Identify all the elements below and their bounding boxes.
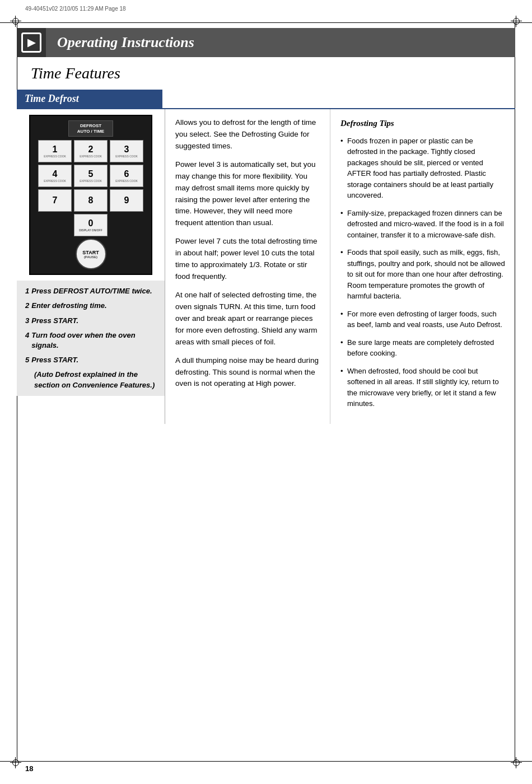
instruction-1: 1 Press DEFROST AUTO/TIME twice. (25, 286, 156, 296)
instruction-3-text: Press START. (31, 316, 78, 326)
defrost-button[interactable]: DEFROST AUTO / TIME (68, 120, 113, 137)
btn-7-num: 7 (53, 195, 58, 206)
instruction-3-num: 3 (25, 316, 29, 326)
start-button[interactable]: START (PAUSE) (76, 239, 106, 269)
instructions-list: 1 Press DEFROST AUTO/TIME twice. 2 Enter… (17, 281, 165, 396)
desc-2: Power level 3 is automatically set, but … (175, 159, 320, 230)
left-panel: DEFROST AUTO / TIME 1 EXPRESS COOK 2 (17, 109, 165, 424)
time-defrost-body: DEFROST AUTO / TIME 1 EXPRESS COOK 2 (17, 108, 515, 424)
header-icon: ▶ (21, 32, 41, 53)
page-border-top (0, 22, 532, 23)
keypad: DEFROST AUTO / TIME 1 EXPRESS COOK 2 (29, 115, 152, 275)
keypad-row-4: 0 DISPLAY ON/OFF (35, 214, 147, 236)
time-defrost-section: Time Defrost DEFROST AUTO / TIME (17, 90, 515, 424)
tip-6: When defrosted, food should be cool but … (340, 366, 505, 409)
btn-2-label: EXPRESS COOK (80, 155, 102, 158)
btn-6-label: EXPRESS COOK (115, 179, 138, 183)
btn-6-num: 6 (124, 169, 129, 179)
btn-4-num: 4 (53, 169, 58, 179)
section-title: Time Features (31, 64, 120, 82)
tip-4: For more even defrosting of larger foods… (340, 309, 505, 330)
header-bar: ▶ Operating Instructions (17, 28, 515, 57)
time-defrost-header: Time Defrost (17, 90, 162, 108)
page-number: 18 (25, 764, 33, 773)
instruction-2-num: 2 (25, 301, 29, 311)
instruction-4-num: 4 (25, 330, 29, 351)
reg-mark-bottom-right (511, 757, 522, 768)
instruction-5-text: Press START. (31, 355, 78, 365)
keypad-btn-9[interactable]: 9 (110, 189, 143, 212)
keypad-container: DEFROST AUTO / TIME 1 EXPRESS COOK 2 (17, 109, 165, 281)
reg-mark-top-right (511, 16, 522, 27)
btn-9-num: 9 (124, 195, 129, 206)
btn-0-num: 0 (88, 218, 94, 228)
btn-0-label: DISPLAY ON/OFF (79, 228, 102, 232)
desc-1: Allows you to defrost for the length of … (175, 117, 320, 152)
page-border-bottom (0, 761, 532, 762)
tip-3: Foods that spoil easily, such as milk, e… (340, 247, 505, 302)
main-content: Time Defrost DEFROST AUTO / TIME (17, 90, 515, 756)
instruction-5: 5 Press START. (25, 355, 156, 365)
start-label: START (82, 250, 99, 255)
instruction-3: 3 Press START. (25, 316, 156, 326)
instruction-4: 4 Turn food over when the oven signals. (25, 330, 156, 351)
right-panel: Defrosting Tips Foods frozen in paper or… (330, 109, 515, 424)
btn-8-num: 8 (88, 195, 94, 206)
keypad-row-3: 7 8 9 (35, 189, 147, 212)
btn-3-num: 3 (124, 144, 129, 155)
instruction-2-text: Enter defrosting time. (31, 301, 106, 311)
page-title: Operating Instructions (57, 34, 194, 51)
reg-mark-bottom-left (10, 757, 21, 768)
defrost-button-line1: DEFROST (72, 123, 109, 129)
keypad-btn-4[interactable]: 4 EXPRESS COOK (38, 165, 72, 187)
desc-5: A dull thumping noise may be heard durin… (175, 355, 320, 390)
defrost-button-line2: AUTO / TIME (72, 129, 109, 134)
keypad-btn-5[interactable]: 5 EXPRESS COOK (74, 165, 108, 187)
reg-mark-top-left (10, 16, 21, 27)
instruction-1-text: Press DEFROST AUTO/TIME twice. (31, 286, 152, 296)
instruction-1-num: 1 (25, 286, 29, 296)
tip-1: Foods frozen in paper or plastic can be … (340, 136, 505, 201)
btn-2-num: 2 (88, 144, 94, 155)
instruction-5-num: 5 (25, 355, 29, 365)
keypad-btn-0[interactable]: 0 DISPLAY ON/OFF (74, 214, 108, 236)
keypad-btn-3[interactable]: 3 EXPRESS COOK (110, 140, 143, 162)
btn-5-num: 5 (88, 169, 94, 179)
keypad-btn-8[interactable]: 8 (74, 189, 108, 212)
tip-5: Be sure large meats are completely defro… (340, 337, 505, 359)
pause-label: (PAUSE) (84, 255, 97, 259)
instruction-2: 2 Enter defrosting time. (25, 301, 156, 311)
middle-panel: Allows you to defrost for the length of … (165, 109, 330, 424)
btn-3-label: EXPRESS COOK (115, 155, 138, 158)
defrosting-tips-title: Defrosting Tips (340, 117, 505, 130)
desc-3: Power level 7 cuts the total defrosting … (175, 236, 320, 283)
instruction-4-text: Turn food over when the oven signals. (31, 330, 156, 351)
keypad-btn-2[interactable]: 2 EXPRESS COOK (74, 140, 108, 162)
desc-4: At one half of selected defrosting time,… (175, 290, 320, 348)
btn-1-num: 1 (53, 144, 58, 155)
keypad-btn-7[interactable]: 7 (38, 189, 72, 212)
keypad-btn-1[interactable]: 1 EXPRESS COOK (38, 140, 72, 162)
header-icon-box: ▶ (17, 28, 46, 57)
print-info: 49-40451v02 2/10/05 11:29 AM Page 18 (25, 6, 126, 12)
instruction-note: (Auto Defrost explained in the section o… (25, 370, 156, 390)
btn-4-label: EXPRESS COOK (44, 179, 66, 183)
keypad-row-1: 1 EXPRESS COOK 2 EXPRESS COOK 3 EXPRESS … (35, 140, 147, 162)
btn-1-label: EXPRESS COOK (44, 155, 66, 158)
tip-2: Family-size, prepackaged frozen dinners … (340, 208, 505, 241)
btn-5-label: EXPRESS COOK (80, 179, 102, 183)
keypad-btn-6[interactable]: 6 EXPRESS COOK (110, 165, 143, 187)
keypad-row-2: 4 EXPRESS COOK 5 EXPRESS COOK 6 EXPRESS … (35, 165, 147, 187)
